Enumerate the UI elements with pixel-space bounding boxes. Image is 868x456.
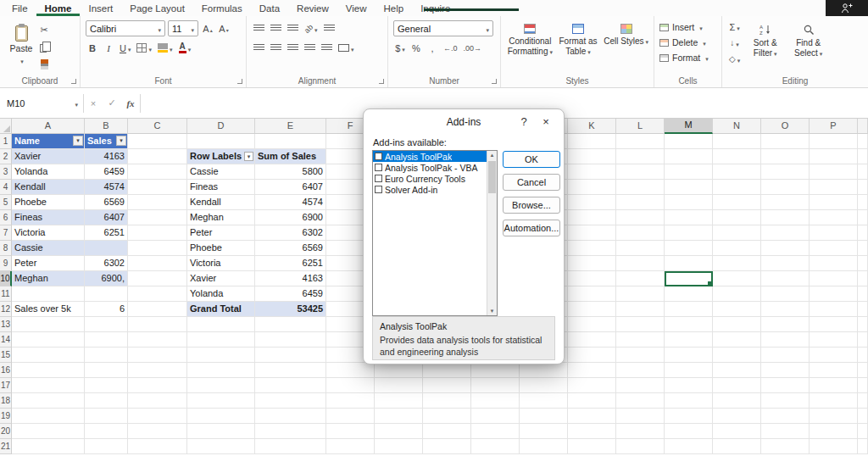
cell-P2[interactable] bbox=[810, 149, 858, 164]
cell-K9[interactable] bbox=[568, 256, 616, 271]
increase-indent-button[interactable] bbox=[320, 41, 334, 55]
select-all-corner[interactable] bbox=[0, 119, 12, 134]
cell-L17[interactable] bbox=[616, 378, 665, 393]
cell-M17[interactable] bbox=[665, 378, 713, 393]
comma-style-button[interactable]: , bbox=[426, 41, 439, 55]
cell-N17[interactable] bbox=[713, 378, 761, 393]
sort-filter-button[interactable]: A Z Sort & Filter bbox=[745, 19, 785, 66]
cell-P5[interactable] bbox=[810, 195, 858, 210]
row-header-9[interactable]: 9 bbox=[0, 256, 12, 271]
cell-L20[interactable] bbox=[616, 424, 665, 439]
enter-formula-icon[interactable]: ✓ bbox=[103, 97, 121, 108]
cell-D4[interactable]: Fineas bbox=[187, 180, 255, 195]
merge-center-button[interactable] bbox=[337, 41, 356, 55]
cell-P12[interactable] bbox=[810, 302, 858, 317]
cell-E18[interactable] bbox=[255, 393, 326, 409]
cell-D8[interactable]: Phoebe bbox=[187, 241, 255, 256]
addin-checkbox-icon[interactable] bbox=[375, 186, 382, 193]
cell-O10[interactable] bbox=[761, 271, 810, 286]
cell-D1[interactable] bbox=[187, 134, 255, 149]
align-top-button[interactable] bbox=[252, 21, 266, 36]
cell-P6[interactable] bbox=[810, 210, 858, 225]
cell-D12[interactable]: Grand Total bbox=[187, 302, 255, 317]
cell-A7[interactable]: Victoria bbox=[12, 225, 85, 241]
cell-H17[interactable] bbox=[423, 378, 471, 393]
cell-O3[interactable] bbox=[761, 164, 810, 180]
cell-A20[interactable] bbox=[12, 424, 85, 439]
cell-K8[interactable] bbox=[568, 241, 616, 256]
format-painter-button[interactable] bbox=[37, 57, 51, 71]
row-header-7[interactable]: 7 bbox=[0, 225, 12, 241]
cell-L16[interactable] bbox=[616, 363, 665, 378]
cell-E10[interactable]: 4163 bbox=[255, 271, 326, 286]
cell-O13[interactable] bbox=[761, 317, 810, 332]
column-header-A[interactable]: A bbox=[12, 119, 85, 134]
row-header-1[interactable]: 1 bbox=[0, 134, 12, 149]
cell-O11[interactable] bbox=[761, 286, 810, 302]
cell-A3[interactable]: Yolanda bbox=[12, 164, 85, 180]
cell-B20[interactable] bbox=[85, 424, 128, 439]
cell-O14[interactable] bbox=[761, 332, 810, 348]
cell-D2[interactable]: Row Labels▾ bbox=[187, 149, 255, 164]
cell-C14[interactable] bbox=[128, 332, 187, 348]
cell-J16[interactable] bbox=[520, 363, 568, 378]
cell-M1[interactable] bbox=[665, 134, 713, 149]
italic-button[interactable]: I bbox=[102, 41, 115, 55]
addins-list[interactable]: Analysis ToolPakAnalysis ToolPak - VBAEu… bbox=[372, 150, 498, 316]
cell-B4[interactable]: 4574 bbox=[85, 180, 128, 195]
cell-M10[interactable] bbox=[665, 271, 713, 286]
cell-K21[interactable] bbox=[568, 439, 616, 454]
pivot-filter-dropdown-icon[interactable]: ▾ bbox=[244, 152, 253, 161]
percent-style-button[interactable]: % bbox=[409, 41, 423, 55]
cell-N9[interactable] bbox=[713, 256, 761, 271]
cell-C12[interactable] bbox=[128, 302, 187, 317]
cell-C17[interactable] bbox=[128, 378, 187, 393]
cell-E7[interactable]: 6302 bbox=[255, 225, 326, 241]
cell-I21[interactable] bbox=[471, 439, 520, 454]
column-header-P[interactable]: P bbox=[810, 119, 858, 134]
cell-E15[interactable] bbox=[255, 348, 326, 363]
increase-decimal-button[interactable]: ←.0 bbox=[442, 41, 459, 55]
cell-E20[interactable] bbox=[255, 424, 326, 439]
cell-E14[interactable] bbox=[255, 332, 326, 348]
cell-A17[interactable] bbox=[12, 378, 85, 393]
cell-D16[interactable] bbox=[187, 363, 255, 378]
cell-I20[interactable] bbox=[471, 424, 520, 439]
cell-A8[interactable]: Cassie bbox=[12, 241, 85, 256]
cell-O8[interactable] bbox=[761, 241, 810, 256]
list-scrollbar[interactable]: ▲ ▼ bbox=[487, 151, 497, 315]
cell-B17[interactable] bbox=[85, 378, 128, 393]
cell-D5[interactable]: Kendall bbox=[187, 195, 255, 210]
cell-A11[interactable] bbox=[12, 286, 85, 302]
filter-dropdown-icon[interactable]: ▾ bbox=[73, 136, 83, 146]
fill-button[interactable]: ↓ bbox=[727, 36, 742, 50]
cell-O21[interactable] bbox=[761, 439, 810, 454]
cell-I16[interactable] bbox=[471, 363, 520, 378]
row-header-12[interactable]: 12 bbox=[0, 302, 12, 317]
underline-button[interactable]: U bbox=[118, 41, 132, 55]
cell-L1[interactable] bbox=[616, 134, 665, 149]
cell-G20[interactable] bbox=[375, 424, 423, 439]
cell-end11[interactable] bbox=[858, 286, 868, 302]
cell-E13[interactable] bbox=[255, 317, 326, 332]
cell-K18[interactable] bbox=[568, 393, 616, 409]
row-header-3[interactable]: 3 bbox=[0, 164, 12, 180]
cell-H16[interactable] bbox=[423, 363, 471, 378]
align-right-button[interactable] bbox=[286, 41, 300, 55]
cell-J21[interactable] bbox=[520, 439, 568, 454]
cell-A14[interactable] bbox=[12, 332, 85, 348]
cell-A16[interactable] bbox=[12, 363, 85, 378]
cell-L7[interactable] bbox=[616, 225, 665, 241]
cell-M11[interactable] bbox=[665, 286, 713, 302]
cell-end7[interactable] bbox=[858, 225, 868, 241]
cell-K12[interactable] bbox=[568, 302, 616, 317]
cell-E3[interactable]: 5800 bbox=[255, 164, 326, 180]
cell-K14[interactable] bbox=[568, 332, 616, 348]
cell-E12[interactable]: 53425 bbox=[255, 302, 326, 317]
cell-D13[interactable] bbox=[187, 317, 255, 332]
font-size-select[interactable]: 11 bbox=[168, 20, 198, 36]
cell-I17[interactable] bbox=[471, 378, 520, 393]
cell-B16[interactable] bbox=[85, 363, 128, 378]
cell-end16[interactable] bbox=[858, 363, 868, 378]
cell-end12[interactable] bbox=[858, 302, 868, 317]
